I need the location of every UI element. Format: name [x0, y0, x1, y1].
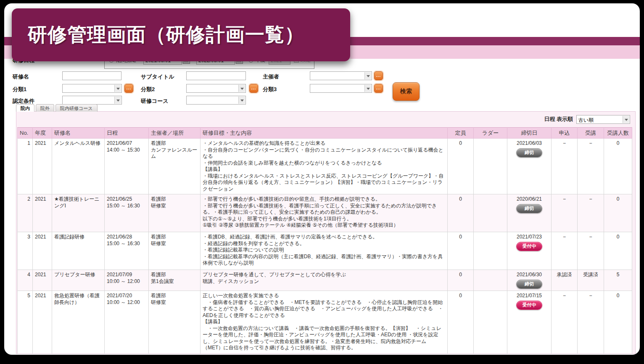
- training-name-label: 研修名: [13, 73, 29, 81]
- category3-label: 分類3: [263, 86, 277, 93]
- organizer-select[interactable]: [310, 71, 372, 80]
- table-row[interactable]: 22021★看護技術トレーニングⅠ2021/06/25 15:00 ～ 16:3…: [18, 194, 632, 232]
- chevron-down-icon: [238, 97, 245, 104]
- cell-apply: −: [552, 232, 578, 270]
- cell-organizer: 看護部 研修室: [149, 291, 201, 354]
- tab-2[interactable]: 院内研修コース: [55, 104, 98, 112]
- chevron-down-icon: [238, 85, 245, 92]
- category2-select[interactable]: [186, 84, 246, 93]
- status-badge[interactable]: 締切: [516, 148, 542, 158]
- column-header: 受講人数: [604, 128, 632, 139]
- sort-row: 日程 表示順 古い順: [544, 114, 630, 124]
- category3-select[interactable]: [310, 84, 372, 93]
- cell-count: 0: [604, 232, 632, 270]
- cell-deadline: 2021/07/15受付中: [507, 291, 552, 354]
- deadline-date: 2021/06/03: [509, 140, 549, 147]
- cell-year: 2021: [33, 291, 52, 354]
- cell-count: 0: [604, 139, 632, 194]
- organizer-label: 主催者: [263, 73, 279, 81]
- cell-ladder: [474, 232, 507, 270]
- table-row[interactable]: 52021救急処置研修（看護師長向け）2021/07/20 10:00 ～ 12…: [18, 291, 632, 354]
- certification-select[interactable]: [62, 96, 122, 105]
- cell-content: ・看護DB、経過記録、看護計画、看護サマリの定義を述べることができる。 ・経過記…: [201, 232, 448, 270]
- cell-organizer: 看護部 カンファレンスルーム: [149, 139, 201, 194]
- cell-year: 2021: [33, 270, 52, 291]
- subtitle-input[interactable]: [186, 71, 246, 80]
- cell-apply: −: [552, 139, 578, 194]
- cell-capacity: 0: [448, 139, 474, 194]
- category2-label: 分類2: [141, 86, 155, 93]
- cell-content: プリセプター研修を通して、プリセプターとしての心得を学ぶ 聴講、ディスカッション: [201, 270, 448, 291]
- cell-attend: −: [578, 194, 604, 232]
- cell-no: 2: [18, 194, 33, 232]
- cell-no: 4: [18, 270, 33, 291]
- title-banner: 研修管理画面（研修計画一覧）: [12, 8, 350, 61]
- cell-apply: 承認済: [552, 270, 578, 291]
- status-badge[interactable]: 受付中: [516, 301, 542, 310]
- column-header: No.: [18, 128, 33, 139]
- column-header: 日程: [105, 128, 149, 139]
- deadline-date: 2021/07/15: [509, 293, 549, 299]
- training-name-input[interactable]: [62, 71, 121, 80]
- sort-label: 日程 表示順: [544, 115, 573, 123]
- cell-ladder: [474, 139, 507, 194]
- cell-name: ★看護技術トレーニングⅠ: [52, 194, 105, 232]
- column-header: 定員: [448, 128, 474, 139]
- tab-1[interactable]: 院外: [36, 104, 54, 112]
- sort-order-select[interactable]: 古い順: [576, 115, 630, 124]
- category1-label: 分類1: [13, 86, 26, 93]
- deadline-date: 2020/06/21: [509, 196, 549, 203]
- cell-no: 1: [18, 139, 33, 194]
- cell-year: 2021: [33, 194, 52, 232]
- cell-attend: −: [578, 232, 604, 270]
- column-header: 主催者／場所: [149, 128, 201, 139]
- cell-attend: −: [578, 291, 604, 354]
- cell-capacity: 0: [448, 232, 474, 270]
- table-row[interactable]: 32021看護記録研修2021/06/28 15:00 ～ 16:30看護部 研…: [18, 232, 632, 270]
- table-row[interactable]: 42021プリセプター研修2021/07/09 10:00 ～ 12:00看護部…: [18, 270, 632, 291]
- cell-content: ・メンタルヘルスの基礎的な知識を得ることが出来る ・自分自身のコーピングパターン…: [201, 139, 448, 194]
- tab-0[interactable]: 院内: [16, 104, 34, 112]
- column-header: ラダー: [474, 128, 507, 139]
- cell-name: プリセプター研修: [52, 270, 105, 291]
- cell-apply: −: [552, 291, 578, 354]
- cell-attend: −: [578, 139, 604, 194]
- cell-organizer: 看護部 研修室: [149, 194, 201, 232]
- category1-more-button[interactable]: ...: [124, 84, 133, 93]
- column-header: 締切日: [507, 128, 552, 139]
- organizer-more-button[interactable]: ...: [374, 71, 383, 80]
- status-badge[interactable]: 受付中: [516, 242, 542, 251]
- chevron-down-icon: [364, 85, 371, 92]
- subtitle-label: サブタイトル: [141, 73, 174, 81]
- category2-more-button[interactable]: ...: [249, 84, 258, 93]
- cell-schedule: 2021/06/07 14:00 ～ 15:30: [105, 139, 149, 194]
- category1-select[interactable]: [62, 84, 122, 93]
- tab-bar: 院内院外院内研修コース: [16, 104, 98, 112]
- cell-attend: 受講済: [578, 270, 604, 291]
- cell-count: 0: [604, 194, 632, 232]
- cell-count: 0: [604, 291, 632, 354]
- cell-schedule: 2021/07/20 10:00 ～ 12:00: [105, 291, 149, 354]
- table-row[interactable]: 12021メンタルヘルス研修2021/06/07 14:00 ～ 15:30看護…: [18, 139, 632, 194]
- cell-schedule: 2021/06/25 15:00 ～ 16:30: [105, 194, 149, 232]
- chevron-down-icon: [114, 85, 121, 92]
- cell-deadline: 2021/07/23受付中: [507, 232, 552, 270]
- cell-deadline: 2021/06/30締切: [507, 270, 552, 291]
- cell-content: ・部署で行う機会が多い看護技術の目的や留意点、手技の根拠が説明できる。 ・部署で…: [201, 194, 448, 232]
- column-header: 申込: [552, 128, 578, 139]
- status-badge[interactable]: 締切: [516, 280, 542, 289]
- status-badge[interactable]: 締切: [516, 204, 542, 214]
- category3-more-button[interactable]: ...: [374, 84, 383, 93]
- search-button[interactable]: 検索: [393, 82, 420, 101]
- cell-schedule: 2021/06/28 15:00 ～ 16:30: [105, 232, 149, 270]
- cell-ladder: [474, 291, 507, 354]
- cell-content: 正しい一次救命処置を実施できる ・傷病者を評価することができる ・METを要請す…: [201, 291, 448, 354]
- column-header: 研修目標・主な内容: [201, 128, 448, 139]
- cell-capacity: 0: [448, 194, 474, 232]
- course-select[interactable]: [186, 96, 246, 105]
- cell-apply: −: [552, 194, 578, 232]
- column-header: 受講: [578, 128, 604, 139]
- chevron-down-icon: [623, 116, 629, 123]
- cell-name: 看護記録研修: [52, 232, 105, 270]
- deadline-date: 2021/07/23: [509, 234, 549, 241]
